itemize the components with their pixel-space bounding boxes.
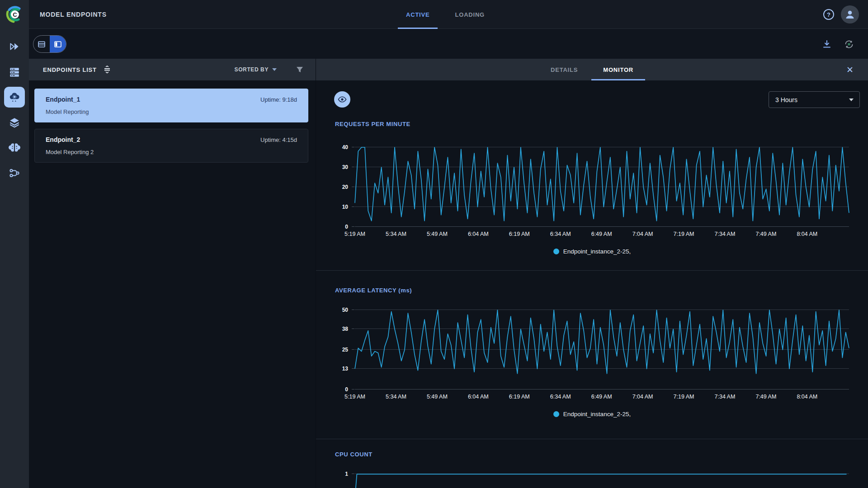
endpoints-list-title: ENDPOINTS LIST bbox=[43, 66, 97, 73]
monitor-panel: DETAILS MONITOR ✕ 3 Hours REQUESTS PER M… bbox=[316, 59, 868, 488]
svg-text:?: ? bbox=[827, 11, 830, 18]
sidebar-item-workers[interactable] bbox=[4, 61, 25, 82]
table-view-button[interactable] bbox=[33, 36, 50, 52]
view-toolbar bbox=[29, 29, 868, 59]
pipelines-icon bbox=[9, 167, 20, 179]
filter-funnel-icon bbox=[296, 66, 304, 74]
help-button[interactable]: ? bbox=[823, 9, 835, 20]
clearml-logo[interactable]: C bbox=[0, 0, 29, 29]
time-range-value: 3 Hours bbox=[775, 96, 797, 103]
app-sidebar: C bbox=[0, 0, 29, 488]
page-title: MODEL ENDPOINTS bbox=[40, 11, 107, 18]
legend-label: Endpoint_instance_2-25, bbox=[563, 411, 631, 418]
sidebar-item-model-serving[interactable] bbox=[4, 87, 25, 108]
endpoint-card-1[interactable]: Endpoint_1 Uptime: 9:18d Model Reporting bbox=[34, 89, 308, 122]
legend-marker-icon bbox=[553, 411, 559, 417]
endpoints-cards: Endpoint_1 Uptime: 9:18d Model Reporting… bbox=[29, 80, 316, 163]
section-divider bbox=[316, 439, 868, 439]
latency-chart-plot[interactable]: 013253850 bbox=[355, 310, 849, 389]
latency-chart-title: AVERAGE LATENCY (ms) bbox=[335, 287, 868, 294]
endpoint-project: Model Reporting 2 bbox=[46, 149, 297, 155]
user-avatar-icon bbox=[844, 9, 855, 20]
eye-icon bbox=[337, 94, 347, 104]
hide-charts-button[interactable] bbox=[334, 91, 350, 108]
split-view-icon bbox=[53, 40, 62, 49]
sorted-by-dropdown[interactable]: SORTED BY bbox=[235, 66, 277, 73]
tab-monitor[interactable]: MONITOR bbox=[603, 59, 633, 80]
tab-active[interactable]: ACTIVE bbox=[404, 0, 431, 29]
time-range-select[interactable]: 3 Hours bbox=[769, 91, 860, 108]
monitor-controls: 3 Hours bbox=[316, 80, 868, 108]
sorted-by-label: SORTED BY bbox=[235, 66, 269, 73]
download-button[interactable] bbox=[822, 39, 832, 49]
requests-chart-plot[interactable]: 010203040 bbox=[355, 147, 849, 227]
section-divider bbox=[316, 270, 868, 271]
close-icon: ✕ bbox=[846, 65, 854, 75]
sidebar-item-pipelines[interactable] bbox=[4, 163, 25, 183]
sidebar-item-datasets[interactable] bbox=[4, 112, 25, 133]
auto-refresh-button[interactable] bbox=[844, 39, 854, 50]
top-bar: MODEL ENDPOINTS ACTIVE LOADING ? bbox=[29, 0, 868, 29]
tab-details[interactable]: DETAILS bbox=[551, 59, 578, 80]
auto-refresh-icon bbox=[844, 39, 854, 50]
endpoint-uptime: Uptime: 4:15d bbox=[260, 136, 297, 143]
datasets-icon bbox=[9, 117, 20, 128]
view-mode-toggle bbox=[33, 35, 66, 53]
workers-queues-icon bbox=[9, 66, 20, 78]
close-panel-button[interactable]: ✕ bbox=[846, 59, 854, 80]
svg-text:C: C bbox=[13, 11, 17, 18]
sidebar-item-projects[interactable] bbox=[4, 36, 25, 57]
filter-button[interactable] bbox=[296, 66, 304, 74]
download-icon bbox=[822, 39, 832, 49]
requests-chart-title: REQUESTS PER MINUTE bbox=[335, 121, 868, 127]
sidebar-item-hyperdatasets[interactable] bbox=[4, 137, 25, 158]
toolbar-actions bbox=[822, 29, 854, 59]
latency-chart-legend[interactable]: Endpoint_instance_2-25, bbox=[316, 411, 868, 418]
model-serving-icon bbox=[9, 91, 20, 103]
monitor-panel-header: DETAILS MONITOR ✕ bbox=[316, 59, 868, 80]
endpoints-list-header: ENDPOINTS LIST SORTED BY bbox=[29, 59, 316, 80]
endpoint-state-tabs: ACTIVE LOADING bbox=[404, 0, 486, 29]
endpoint-card-2[interactable]: Endpoint_2 Uptime: 4:15d Model Reporting… bbox=[34, 129, 308, 163]
requests-chart-legend[interactable]: Endpoint_instance_2-25, bbox=[316, 248, 868, 255]
legend-marker-icon bbox=[553, 249, 559, 254]
cpu-chart-plot[interactable]: 1 bbox=[355, 471, 849, 488]
endpoint-uptime: Uptime: 9:18d bbox=[260, 96, 297, 103]
projects-icon bbox=[9, 41, 20, 52]
endpoint-name: Endpoint_2 bbox=[46, 136, 80, 143]
brain-icon bbox=[9, 142, 20, 154]
endpoint-project: Model Reporting bbox=[46, 108, 297, 115]
endpoints-list-panel: ENDPOINTS LIST SORTED BY Endpoint_1 Upti… bbox=[29, 59, 316, 488]
split-view-button[interactable] bbox=[50, 36, 66, 52]
table-view-icon bbox=[37, 40, 46, 49]
top-bar-actions: ? bbox=[823, 0, 859, 29]
user-avatar-button[interactable] bbox=[841, 5, 859, 23]
cpu-chart-title: CPU COUNT bbox=[335, 451, 868, 458]
latency-chart-x-axis: 5:19 AM5:34 AM5:49 AM6:04 AM6:19 AM6:34 … bbox=[355, 394, 849, 401]
chevron-down-icon bbox=[849, 99, 854, 101]
clearml-logo-icon: C bbox=[5, 5, 24, 24]
requests-chart-x-axis: 5:19 AM5:34 AM5:49 AM6:04 AM6:19 AM6:34 … bbox=[355, 231, 849, 238]
endpoint-name: Endpoint_1 bbox=[46, 96, 80, 103]
tab-loading[interactable]: LOADING bbox=[453, 0, 486, 29]
row-density-icon bbox=[103, 66, 111, 74]
list-settings-button[interactable] bbox=[103, 66, 111, 74]
chevron-down-icon bbox=[272, 68, 277, 71]
legend-label: Endpoint_instance_2-25, bbox=[563, 248, 631, 255]
help-icon: ? bbox=[823, 9, 835, 20]
